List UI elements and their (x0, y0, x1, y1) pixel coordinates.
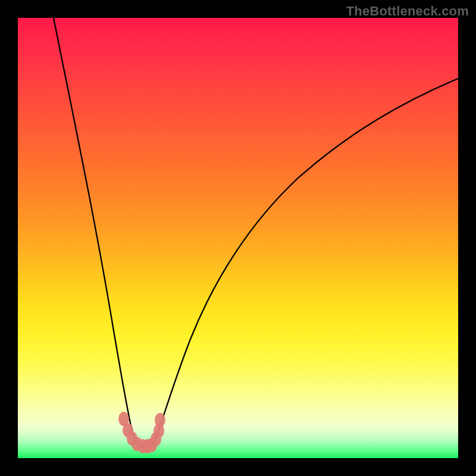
plot-area (18, 18, 458, 458)
watermark-text: TheBottleneck.com (346, 4, 469, 19)
data-marker (155, 413, 165, 427)
chart-frame: TheBottleneck.com (0, 0, 476, 476)
curve-left-arc (54, 18, 144, 447)
curve-right-arc (144, 79, 458, 447)
bottleneck-curve (18, 18, 458, 458)
